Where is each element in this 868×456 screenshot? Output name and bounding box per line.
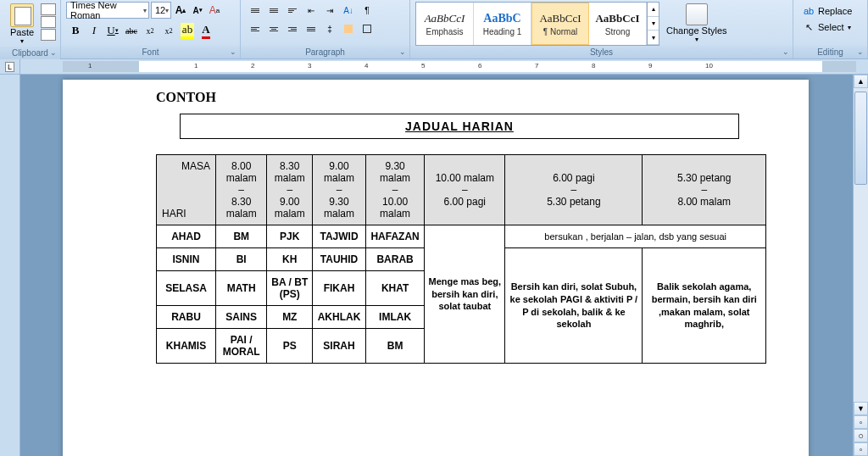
group-styles: AaBbCcI Emphasis AaBbC Heading 1 AaBbCcI… — [410, 0, 793, 58]
indent-inc-button[interactable]: ⇥ — [320, 2, 339, 19]
group-label-styles: Styles — [410, 46, 793, 58]
horizontal-ruler[interactable]: 1 1 2 3 4 5 6 7 8 9 10 — [63, 61, 856, 72]
vertical-scrollbar[interactable]: ▲ ▼ ◦ ○ ◦ — [853, 75, 868, 456]
clear-format-button[interactable]: Aa — [207, 2, 222, 19]
time-col-4: 10.00 malam–6.00 pagi — [425, 155, 505, 225]
styles-row-up[interactable]: ▴ — [648, 3, 659, 17]
tab-selector[interactable]: L — [0, 59, 20, 74]
group-label-clipboard: Clipboard — [0, 47, 60, 59]
col5-merge: Menge mas beg, bersih kan diri, solat ta… — [425, 225, 505, 364]
title-text: JADUAL HARIAN — [405, 120, 514, 133]
row-ahad: AHAD BM PJK TAJWID HAFAZAN Menge mas beg… — [157, 225, 766, 248]
styles-more: ▴ ▾ ▾ — [647, 3, 659, 45]
group-label-editing: Editing — [793, 46, 867, 58]
scroll-up-button[interactable]: ▲ — [854, 75, 868, 88]
copy-button[interactable] — [41, 16, 56, 28]
numbering-button[interactable] — [264, 2, 283, 19]
col6-merge: Bersih kan diri, solat Subuh, ke sekolah… — [505, 248, 643, 364]
col7-merge: Balik sekolah agama, bermain, bersih kan… — [643, 248, 766, 364]
group-label-paragraph: Paragraph — [241, 46, 409, 58]
grow-font-button[interactable]: A▴ — [173, 2, 188, 19]
workspace: CONTOH JADUAL HARIAN MASA HARI 8.00 mala… — [0, 75, 868, 456]
time-col-3: 9.30 malam–10.00 malam — [365, 155, 424, 225]
schedule-table: MASA HARI 8.00 malam–8.30 malam 8.30 mal… — [156, 154, 766, 364]
ribbon: Paste ▾ Clipboard Times New Roman 12 A▴ … — [0, 0, 868, 59]
prev-page-button[interactable]: ◦ — [854, 415, 868, 429]
time-col-2: 9.00 malam–9.30 malam — [313, 155, 366, 225]
font-color-button[interactable]: A — [197, 22, 215, 39]
indent-dec-button[interactable]: ⇤ — [302, 2, 320, 19]
scroll-down-button[interactable]: ▼ — [854, 402, 868, 415]
replace-button[interactable]: ab Replace — [798, 3, 856, 19]
paste-icon — [10, 3, 34, 27]
select-button[interactable]: ↖ Select ▾ — [798, 19, 856, 35]
borders-button[interactable] — [358, 20, 376, 37]
replace-icon: ab — [803, 5, 815, 17]
multilevel-button[interactable] — [283, 2, 302, 19]
superscript-button[interactable]: x2 — [159, 22, 178, 39]
group-label-font: Font — [61, 46, 240, 58]
bold-button[interactable]: B — [66, 22, 85, 39]
justify-button[interactable] — [302, 20, 320, 37]
font-name-combo[interactable]: Times New Roman — [66, 2, 149, 19]
paste-label: Paste — [10, 27, 34, 37]
underline-button[interactable]: U▾ — [103, 22, 122, 39]
title-box: JADUAL HARIAN — [180, 114, 739, 139]
group-editing: ab Replace ↖ Select ▾ Editing — [793, 0, 868, 58]
corner-cell: MASA HARI — [157, 155, 216, 225]
clipboard-small-buttons — [41, 2, 56, 41]
group-paragraph: ⇤ ⇥ A↓ ¶ ‡ Paragraph — [241, 0, 410, 58]
time-col-6: 5.30 petang–8.00 malam — [643, 155, 766, 225]
scroll-thumb[interactable] — [854, 92, 867, 185]
style-strong[interactable]: AaBbCcI Strong — [589, 3, 647, 45]
line-spacing-button[interactable]: ‡ — [320, 20, 339, 37]
next-page-button[interactable]: ◦ — [854, 442, 868, 456]
page: CONTOH JADUAL HARIAN MASA HARI 8.00 mala… — [63, 80, 809, 456]
change-styles-button[interactable]: Change Styles ▾ — [661, 2, 732, 45]
styles-gallery: AaBbCcI Emphasis AaBbC Heading 1 AaBbCcI… — [415, 2, 659, 46]
italic-button[interactable]: I — [85, 22, 103, 39]
header-row: MASA HARI 8.00 malam–8.30 malam 8.30 mal… — [157, 155, 766, 225]
align-right-button[interactable] — [283, 20, 302, 37]
browse-object-button[interactable]: ○ — [854, 429, 868, 442]
styles-row-down[interactable]: ▾ — [648, 17, 659, 31]
show-marks-button[interactable]: ¶ — [358, 2, 376, 19]
shading-button[interactable] — [339, 20, 358, 37]
style-emphasis[interactable]: AaBbCcI Emphasis — [416, 3, 474, 45]
style-normal[interactable]: AaBbCcI ¶ Normal — [531, 3, 589, 45]
sort-button[interactable]: A↓ — [339, 2, 358, 19]
bullets-button[interactable] — [246, 2, 264, 19]
paste-button[interactable]: Paste ▾ — [5, 2, 39, 47]
change-styles-icon — [686, 3, 708, 25]
font-size-combo[interactable]: 12 — [151, 2, 171, 19]
highlight-button[interactable]: ab — [178, 22, 197, 39]
shrink-font-button[interactable]: A▾ — [190, 2, 205, 19]
time-col-5: 6.00 pagi–5.30 petang — [505, 155, 643, 225]
align-center-button[interactable] — [264, 20, 283, 37]
format-painter-button[interactable] — [41, 29, 56, 41]
document-area[interactable]: CONTOH JADUAL HARIAN MASA HARI 8.00 mala… — [20, 75, 853, 456]
heading-contoh: CONTOH — [156, 90, 776, 105]
strike-button[interactable]: abc — [122, 22, 141, 39]
subscript-button[interactable]: x2 — [141, 22, 159, 39]
cut-button[interactable] — [41, 3, 56, 15]
align-left-button[interactable] — [246, 20, 264, 37]
style-heading1[interactable]: AaBbC Heading 1 — [474, 3, 531, 45]
ruler-area: L 1 1 2 3 4 5 6 7 8 9 10 — [0, 59, 868, 75]
time-col-0: 8.00 malam–8.30 malam — [216, 155, 267, 225]
vertical-ruler[interactable] — [0, 75, 20, 456]
group-clipboard: Paste ▾ Clipboard — [0, 0, 61, 58]
scroll-track[interactable] — [854, 88, 868, 402]
styles-expand[interactable]: ▾ — [648, 31, 659, 45]
ahad-note: bersukan , berjalan – jalan, dsb yang se… — [505, 225, 766, 248]
select-icon: ↖ — [803, 21, 815, 33]
group-font: Times New Roman 12 A▴ A▾ Aa B I U▾ abc x… — [61, 0, 241, 58]
time-col-1: 8.30 malam–9.00 malam — [267, 155, 313, 225]
